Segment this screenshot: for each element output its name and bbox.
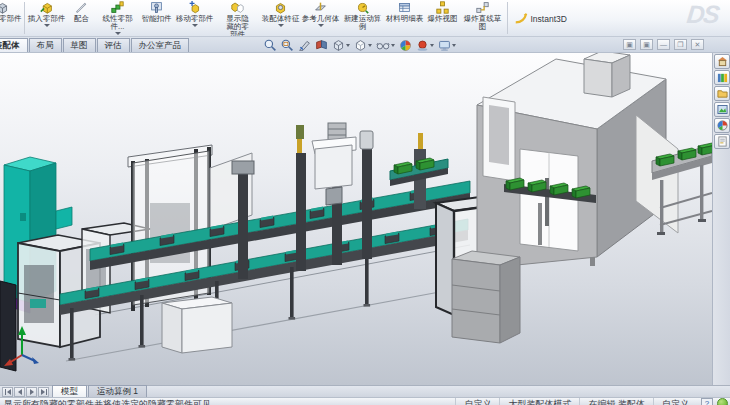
- toolbar-button-label: Instant3D: [531, 15, 567, 23]
- ribbon-tab-bar: 装配体 布局 草图 评估 办公室产品: [0, 37, 730, 53]
- machine-side-cabinet[interactable]: [452, 251, 520, 343]
- insert-component-icon: [40, 1, 53, 14]
- toolbar-button-smart-fasteners[interactable]: 智能扣件: [139, 0, 175, 36]
- edit-component-icon: [0, 1, 9, 14]
- dropdown-arrow-icon[interactable]: [391, 44, 395, 47]
- status-customize[interactable]: 自定义: [455, 398, 499, 405]
- toolbar-button-insert-component[interactable]: 插入零部件: [27, 0, 67, 36]
- last-tab-icon[interactable]: [38, 387, 49, 397]
- toolbar-button-label: 显示隐藏的零部件: [224, 15, 251, 37]
- dropdown-arrow-icon[interactable]: [346, 44, 350, 47]
- dropdown-arrow-icon[interactable]: [278, 24, 284, 27]
- close-icon[interactable]: ✕: [691, 39, 704, 50]
- main-conveyor[interactable]: [60, 181, 470, 361]
- instant3d-icon: [514, 12, 528, 25]
- toolbar-button-exploded-view[interactable]: 爆炸视图: [425, 0, 461, 36]
- zoom-to-fit-icon[interactable]: [263, 38, 278, 52]
- explode-line-sketch-icon: [476, 1, 489, 14]
- status-customize-2[interactable]: 自定义: [653, 398, 697, 405]
- solidworks-resources-icon[interactable]: [714, 54, 730, 69]
- toolbar-button-label: 插入零部件: [28, 15, 66, 23]
- exploded-view-icon: [436, 1, 449, 14]
- tab-office-products[interactable]: 办公室产品: [131, 38, 190, 52]
- toolbar-button-move-component[interactable]: 移动零部件: [175, 0, 215, 36]
- tab-model[interactable]: 模型: [52, 385, 87, 397]
- exit-conveyor[interactable]: [652, 143, 712, 235]
- toolbar-button-label: 材料明细表: [386, 15, 424, 23]
- tab-assembly[interactable]: 装配体: [0, 38, 28, 52]
- work-table[interactable]: [162, 297, 232, 353]
- toolbar-button-mate[interactable]: 配合: [67, 0, 97, 36]
- graphics-area[interactable]: [0, 53, 730, 385]
- minimize-icon[interactable]: —: [657, 39, 670, 50]
- dropdown-arrow-icon[interactable]: [192, 24, 198, 27]
- toolbar-button-reference-geometry[interactable]: 参考几何体: [301, 0, 341, 36]
- dropdown-arrow-icon[interactable]: [44, 24, 50, 27]
- mate-icon: [75, 1, 88, 14]
- status-large-assembly-mode[interactable]: 大型装配体模式: [499, 398, 579, 405]
- file-explorer-icon[interactable]: [714, 86, 730, 101]
- pane-left-icon[interactable]: ▣: [623, 39, 636, 50]
- tab-sketch[interactable]: 草图: [63, 38, 96, 52]
- toolbar-button-bill-of-materials[interactable]: 材料明细表: [385, 0, 425, 36]
- custom-properties-icon[interactable]: [714, 134, 730, 149]
- tab-motion-study-1[interactable]: 运动算例 1: [88, 385, 147, 397]
- first-tab-icon[interactable]: [2, 387, 13, 397]
- section-view-icon[interactable]: [314, 38, 329, 52]
- dropdown-arrow-icon[interactable]: [368, 44, 372, 47]
- status-right-group: 自定义 大型装配体模式 在编辑 装配体 自定义 ?: [455, 398, 730, 405]
- dropdown-arrow-icon[interactable]: [318, 24, 324, 27]
- toolbar-button-show-hidden-components[interactable]: 显示隐藏的零部件: [215, 0, 261, 36]
- tab-scroll-buttons: [2, 387, 49, 397]
- toolbar-button-edit-component[interactable]: 编辑零部件: [0, 0, 22, 36]
- toolbar-button-explode-line-sketch[interactable]: 爆炸直线草图: [461, 0, 505, 36]
- dropdown-arrow-icon[interactable]: [430, 44, 434, 47]
- tab-evaluate[interactable]: 评估: [97, 38, 130, 52]
- large-machine-enclosure[interactable]: [477, 53, 678, 278]
- quick-tips-help-icon[interactable]: ?: [701, 398, 713, 405]
- task-pane: [712, 53, 730, 385]
- dassault-systemes-logo: DS: [686, 0, 720, 29]
- restore-icon[interactable]: ❐: [674, 39, 687, 50]
- configuration-tab-bar: 模型 运动算例 1: [0, 385, 730, 397]
- tab-layout[interactable]: 布局: [29, 38, 62, 52]
- hide-show-items-icon[interactable]: [375, 38, 396, 52]
- display-style-icon[interactable]: [353, 38, 373, 52]
- dropdown-arrow-icon[interactable]: [115, 32, 121, 35]
- toolbar-button-label: 新建运动算例: [341, 15, 385, 31]
- dropdown-arrow-icon[interactable]: [452, 44, 456, 47]
- toolbar-button-label: 智能扣件: [142, 15, 172, 23]
- toolbar-button-label: 参考几何体: [302, 15, 340, 23]
- design-library-icon[interactable]: [714, 70, 730, 85]
- toolbar-separator: [507, 2, 508, 34]
- view-settings-icon[interactable]: [437, 38, 457, 52]
- toolbar-button-instant3d[interactable]: Instant3D: [510, 0, 571, 36]
- reference-geometry-icon: [314, 1, 327, 14]
- assembly-features-icon: [274, 1, 287, 14]
- toolbar-button-new-motion-study[interactable]: 新建运动算例: [341, 0, 385, 36]
- toolbar-button-assembly-features[interactable]: 装配体特征: [261, 0, 301, 36]
- apply-scene-icon[interactable]: [415, 38, 435, 52]
- toolbar-button-linear-pattern[interactable]: 线性零部件...: [97, 0, 139, 36]
- view-orientation-icon[interactable]: [331, 38, 351, 52]
- linear-component-pattern-icon: [111, 1, 124, 14]
- status-bar: 显示所有隐藏的零部件并将使选定的隐藏零部件可见 自定义 大型装配体模式 在编辑 …: [0, 397, 730, 405]
- heads-up-view-toolbar: [263, 38, 457, 52]
- zoom-to-area-icon[interactable]: [280, 38, 295, 52]
- pane-right-icon[interactable]: ▣: [640, 39, 653, 50]
- appearances-scenes-icon[interactable]: [714, 118, 730, 133]
- view-palette-icon[interactable]: [714, 102, 730, 117]
- previous-view-icon[interactable]: [297, 38, 312, 52]
- toolbar-separator: [24, 2, 25, 34]
- document-window-controls: ▣ ▣ — ❐ ✕: [623, 39, 704, 50]
- assembly-3d-scene[interactable]: [0, 53, 712, 385]
- move-component-icon: [188, 1, 201, 14]
- toolbar-button-label: 编辑零部件: [0, 15, 22, 23]
- status-editing-assembly: 在编辑 装配体: [579, 398, 653, 405]
- prev-tab-icon[interactable]: [14, 387, 25, 397]
- edit-appearance-icon[interactable]: [398, 38, 413, 52]
- notification-badge-icon[interactable]: [717, 398, 728, 405]
- next-tab-icon[interactable]: [26, 387, 37, 397]
- status-hint-text: 显示所有隐藏的零部件并将使选定的隐藏零部件可见: [4, 398, 211, 405]
- toolbar-button-label: 配合: [74, 15, 89, 23]
